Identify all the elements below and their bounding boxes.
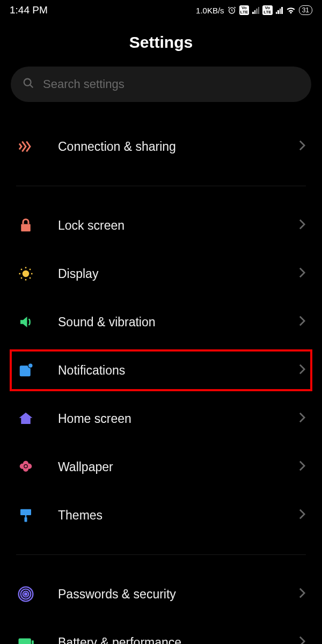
- settings-item-home-screen[interactable]: Home screen: [0, 394, 322, 443]
- settings-item-label: Connection & sharing: [58, 140, 298, 154]
- settings-item-themes[interactable]: Themes: [0, 491, 322, 539]
- divider: [16, 554, 306, 555]
- battery-icon: 31: [299, 5, 312, 15]
- search-icon: [23, 77, 34, 91]
- alarm-icon: [228, 6, 236, 14]
- svg-point-1: [24, 79, 31, 86]
- svg-rect-16: [32, 640, 34, 644]
- svg-rect-9: [20, 509, 31, 515]
- connection-sharing-icon: [16, 137, 35, 156]
- settings-item-wallpaper[interactable]: Wallpaper: [0, 443, 322, 491]
- chevron-right-icon: [298, 218, 306, 232]
- chevron-right-icon: [298, 363, 306, 377]
- speaker-icon: [16, 312, 35, 332]
- settings-item-label: Sound & vibration: [58, 315, 298, 330]
- chevron-right-icon: [298, 140, 306, 153]
- svg-point-8: [25, 465, 27, 467]
- settings-item-label: Home screen: [58, 412, 298, 426]
- settings-item-lock-screen[interactable]: Lock screen: [0, 201, 322, 250]
- settings-item-sound-vibration[interactable]: Sound & vibration: [0, 298, 322, 346]
- settings-item-connection-sharing[interactable]: Connection & sharing: [0, 122, 322, 171]
- signal-icon-1: [252, 6, 259, 14]
- chevron-right-icon: [298, 587, 306, 601]
- search-box[interactable]: [11, 67, 311, 102]
- divider: [16, 186, 306, 186]
- svg-rect-10: [25, 517, 27, 522]
- settings-item-passwords-security[interactable]: Passwords & security: [0, 570, 322, 618]
- settings-item-label: Battery & performance: [58, 635, 298, 645]
- volte-icon-1: VoLTE: [239, 5, 250, 15]
- settings-item-battery-performance[interactable]: Battery & performance: [0, 618, 322, 644]
- notifications-icon: [16, 361, 35, 380]
- battery-performance-icon: [16, 633, 35, 644]
- chevron-right-icon: [298, 508, 306, 522]
- chevron-right-icon: [298, 460, 306, 474]
- chevron-right-icon: [298, 412, 306, 426]
- svg-point-3: [23, 270, 30, 277]
- chevron-right-icon: [298, 267, 306, 281]
- chevron-right-icon: [298, 315, 306, 329]
- sun-icon: [16, 264, 35, 283]
- page-title: Settings: [0, 33, 322, 52]
- settings-item-display[interactable]: Display: [0, 250, 322, 298]
- settings-item-label: Lock screen: [58, 218, 298, 233]
- lock-icon: [16, 216, 35, 235]
- flower-icon: [16, 457, 35, 477]
- settings-item-label: Passwords & security: [58, 587, 298, 602]
- status-right: 1.0KB/s VoLTE VoLTE 31: [196, 5, 312, 15]
- settings-item-label: Display: [58, 267, 298, 281]
- status-time: 1:44 PM: [10, 4, 48, 16]
- fingerprint-icon: [16, 584, 35, 604]
- svg-rect-2: [21, 224, 31, 232]
- wifi-icon: [286, 6, 296, 14]
- settings-item-label: Notifications: [58, 363, 298, 378]
- status-speed: 1.0KB/s: [196, 6, 224, 15]
- signal-icon-2: [276, 6, 283, 14]
- status-bar: 1:44 PM 1.0KB/s VoLTE VoLTE 31: [0, 0, 322, 18]
- svg-point-14: [25, 593, 27, 595]
- settings-item-label: Wallpaper: [58, 460, 298, 474]
- home-icon: [16, 409, 35, 428]
- search-input[interactable]: [43, 77, 299, 91]
- paint-roller-icon: [16, 506, 35, 525]
- chevron-right-icon: [298, 635, 306, 644]
- svg-rect-15: [18, 639, 31, 644]
- svg-point-6: [28, 364, 33, 368]
- settings-item-notifications[interactable]: Notifications: [0, 346, 322, 394]
- settings-item-label: Themes: [58, 508, 298, 523]
- volte-icon-2: VoLTE: [262, 5, 273, 15]
